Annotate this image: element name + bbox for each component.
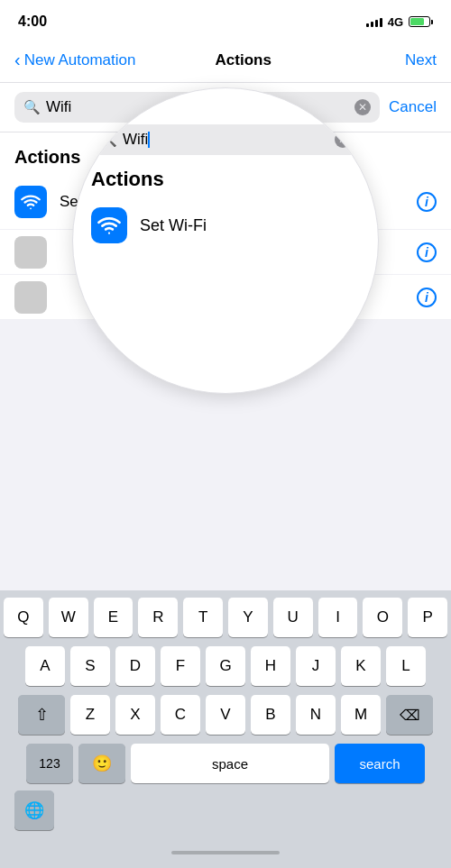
- nav-next-button[interactable]: Next: [405, 51, 437, 69]
- keyboard-extra-row: 🌐: [0, 787, 451, 837]
- key-u[interactable]: U: [273, 598, 313, 637]
- key-s[interactable]: S: [70, 646, 110, 686]
- signal-icon: [366, 16, 382, 27]
- keyboard-bottom-bar: [0, 837, 451, 868]
- key-h[interactable]: H: [251, 646, 290, 686]
- key-m[interactable]: M: [341, 695, 381, 735]
- battery-icon: [409, 16, 433, 27]
- key-x[interactable]: X: [115, 695, 155, 735]
- keyboard-row-1: Q W E R T Y U I O P: [4, 598, 447, 637]
- search-icon: 🔍: [23, 99, 41, 115]
- spotlight-action-label: Set Wi-Fi: [140, 216, 207, 235]
- keyboard-row-3: ⇧ Z X C V B N M ⌫: [4, 695, 447, 735]
- spotlight-actions-section: Actions Set Wi-Fi: [73, 168, 378, 249]
- home-indicator: [171, 851, 280, 854]
- info-button[interactable]: i: [417, 192, 437, 212]
- status-icons: 4G: [366, 15, 433, 29]
- spotlight-search-bar[interactable]: 🔍 Wifi ✕: [91, 124, 360, 155]
- nav-bar: ‹ New Automation Actions Next: [0, 40, 451, 83]
- search-clear-button[interactable]: ✕: [354, 99, 371, 115]
- keyboard-row-4: 123 🙂 space search: [4, 744, 447, 783]
- spotlight-action-row[interactable]: Set Wi-Fi: [91, 202, 360, 249]
- keyboard-rows: Q W E R T Y U I O P A S D F G H J K: [0, 590, 451, 787]
- placeholder-icon-3: [14, 281, 47, 314]
- status-time: 4:00: [18, 14, 47, 30]
- nav-title: Actions: [81, 51, 405, 69]
- key-e[interactable]: E: [94, 598, 133, 637]
- key-p[interactable]: P: [408, 598, 447, 637]
- key-globe[interactable]: 🌐: [14, 790, 54, 830]
- key-t[interactable]: T: [183, 598, 223, 637]
- spotlight-search-text: Wifi: [123, 131, 150, 149]
- key-g[interactable]: G: [206, 646, 245, 686]
- wifi-icon: [14, 186, 47, 218]
- chevron-left-icon: ‹: [14, 50, 21, 69]
- key-emoji[interactable]: 🙂: [78, 744, 125, 783]
- placeholder-icon-2: [14, 236, 47, 269]
- spotlight-circle: 🔍 Wifi ✕ Actions Set Wi-Fi: [72, 87, 379, 394]
- key-k[interactable]: K: [341, 646, 381, 686]
- key-numbers[interactable]: 123: [26, 744, 73, 783]
- key-y[interactable]: Y: [228, 598, 268, 637]
- key-b[interactable]: B: [251, 695, 290, 735]
- key-c[interactable]: C: [161, 695, 200, 735]
- key-w[interactable]: W: [49, 598, 88, 637]
- keyboard-area: Q W E R T Y U I O P A S D F G H J K: [0, 590, 451, 868]
- keyboard-row-2: A S D F G H J K L: [4, 646, 447, 686]
- key-z[interactable]: Z: [70, 695, 110, 735]
- key-a[interactable]: A: [25, 646, 65, 686]
- key-search[interactable]: search: [335, 744, 425, 783]
- key-n[interactable]: N: [296, 695, 336, 735]
- key-r[interactable]: R: [138, 598, 178, 637]
- status-bar: 4:00 4G: [0, 0, 451, 40]
- key-q[interactable]: Q: [4, 598, 43, 637]
- svg-point-0: [30, 207, 32, 209]
- key-f[interactable]: F: [161, 646, 200, 686]
- svg-point-1: [108, 233, 110, 234]
- key-i[interactable]: I: [318, 598, 358, 637]
- spotlight-wifi-icon: [91, 207, 127, 243]
- key-v[interactable]: V: [206, 695, 245, 735]
- key-shift[interactable]: ⇧: [18, 695, 65, 735]
- key-l[interactable]: L: [386, 646, 426, 686]
- key-d[interactable]: D: [115, 646, 155, 686]
- network-type: 4G: [388, 15, 403, 29]
- key-j[interactable]: J: [296, 646, 336, 686]
- search-cancel-button[interactable]: Cancel: [389, 98, 437, 116]
- info-button-2[interactable]: i: [417, 242, 437, 262]
- key-space[interactable]: space: [131, 744, 329, 783]
- info-button-3[interactable]: i: [417, 288, 437, 307]
- full-page: 4:00 4G ‹ New Automation Actions Next: [0, 0, 451, 868]
- key-o[interactable]: O: [363, 598, 402, 637]
- key-delete[interactable]: ⌫: [386, 695, 433, 735]
- spotlight-actions-title: Actions: [91, 168, 360, 191]
